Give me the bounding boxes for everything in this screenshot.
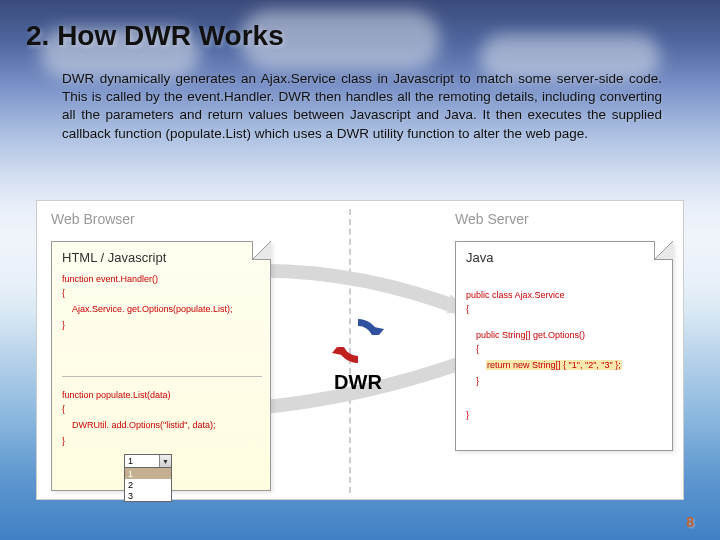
brace: } [476, 376, 479, 387]
dropdown-option[interactable]: 2 [125, 479, 171, 490]
slide-body: DWR dynamically generates an Ajax.Servic… [62, 70, 662, 143]
dropdown-selected: 1 [125, 456, 159, 466]
browser-page: HTML / Javascript function event.Handler… [51, 241, 271, 491]
result-dropdown[interactable]: 1 ▼ 1 2 3 [124, 454, 180, 490]
server-page-title: Java [466, 250, 493, 265]
dropdown-option[interactable]: 1 [125, 468, 171, 479]
page-number: 8 [686, 514, 694, 530]
brace: } [62, 320, 65, 331]
brace: } [466, 410, 469, 421]
js-fn2-sig: function populate.List(data) [62, 390, 171, 401]
java-method: public String[] get.Options() [476, 330, 585, 341]
dwr-logo: DWR [313, 313, 403, 394]
brace: { [62, 288, 65, 299]
brace: { [62, 404, 65, 415]
dwr-logo-text: DWR [313, 371, 403, 394]
diagram-panel: Web Browser Web Server HTML / Javascript… [36, 200, 684, 500]
js-fn1-body: Ajax.Service. get.Options(populate.List)… [72, 304, 233, 315]
server-label: Web Server [455, 211, 529, 227]
java-return: return new String[] { "1", "2", "3" }; [486, 360, 622, 371]
brace: { [466, 304, 469, 315]
js-fn1-sig: function event.Handler() [62, 274, 158, 285]
brace: } [62, 436, 65, 447]
slide-title: 2. How DWR Works [26, 20, 284, 52]
browser-label: Web Browser [51, 211, 135, 227]
brace: { [476, 344, 479, 355]
java-class: public class Ajax.Service [466, 290, 565, 301]
divider-line [62, 376, 262, 377]
chevron-down-icon[interactable]: ▼ [159, 455, 171, 467]
js-fn2-body: DWRUtil. add.Options("listid", data); [72, 420, 215, 431]
browser-page-title: HTML / Javascript [62, 250, 166, 265]
refresh-arrows-icon [330, 313, 386, 369]
dropdown-option[interactable]: 3 [125, 490, 171, 501]
server-page: Java public class Ajax.Service { public … [455, 241, 673, 451]
